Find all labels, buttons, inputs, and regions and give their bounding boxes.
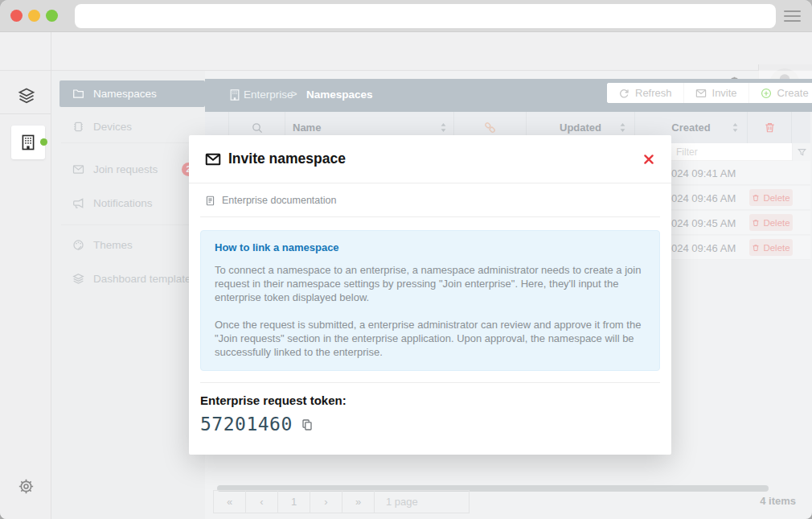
gear-icon [18, 478, 35, 495]
enterprise-documentation-link[interactable]: Enterprise documentation [200, 183, 660, 216]
modal-body: Enterprise documentation How to link a n… [189, 183, 671, 435]
browser-menu-icon[interactable] [784, 10, 801, 22]
info-box: How to link a namespace To connect a nam… [200, 230, 660, 371]
rail-namespaces-app-button[interactable] [18, 87, 35, 105]
modal-header: Invite namespace [189, 135, 671, 183]
settings-button[interactable] [18, 477, 35, 495]
rail-enterprise-app-button[interactable] [11, 126, 45, 159]
browser-titlebar [0, 0, 812, 32]
divider [200, 216, 660, 217]
invite-namespace-modal: Invite namespace Enterprise documentatio… [189, 135, 671, 455]
enterprise-request-token: 57201460 [200, 414, 293, 435]
doc-link-label: Enterprise documentation [222, 195, 336, 206]
token-label: Enterprise request token: [200, 393, 660, 407]
copy-icon [301, 418, 314, 431]
info-paragraph: Once the request is submitted, a enterpr… [215, 318, 646, 359]
app-rail [0, 71, 51, 519]
document-icon [205, 196, 215, 206]
divider [51, 32, 51, 71]
divider [200, 382, 660, 383]
app-header: Embion B.V. [0, 32, 812, 71]
close-window-button[interactable] [10, 10, 23, 22]
minimize-window-button[interactable] [28, 10, 40, 22]
browser-address-bar[interactable] [75, 4, 776, 28]
modal-close-button[interactable] [642, 151, 658, 167]
info-paragraph: To connect a namespace to an enterprise,… [215, 263, 646, 304]
modal-title: Invite namespace [228, 150, 346, 167]
token-row: 57201460 [200, 414, 660, 435]
stack-icon [18, 87, 35, 105]
divider [0, 113, 51, 114]
browser-window: Embion B.V. [0, 0, 812, 519]
envelope-icon [205, 151, 221, 167]
close-icon [642, 153, 658, 166]
zoom-window-button[interactable] [46, 10, 58, 22]
copy-token-button[interactable] [301, 418, 314, 431]
online-status-dot [40, 138, 47, 146]
info-box-title: How to link a namespace [215, 241, 646, 253]
